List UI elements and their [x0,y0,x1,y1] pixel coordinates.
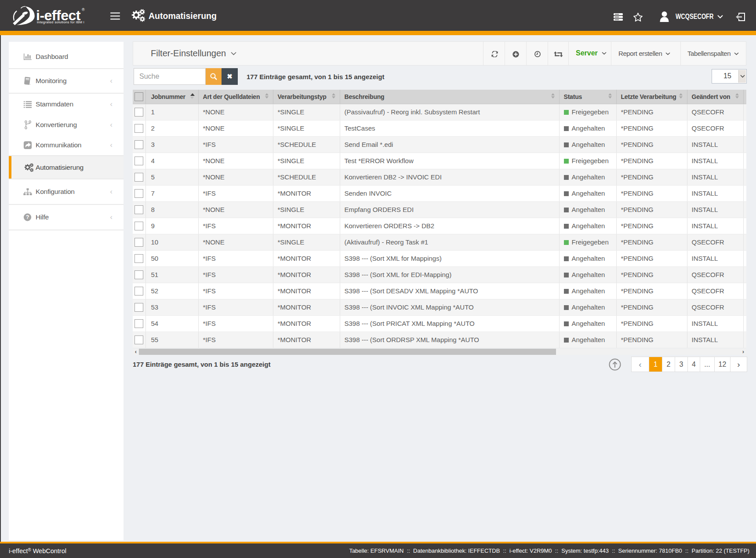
svg-text:?: ? [26,214,29,220]
